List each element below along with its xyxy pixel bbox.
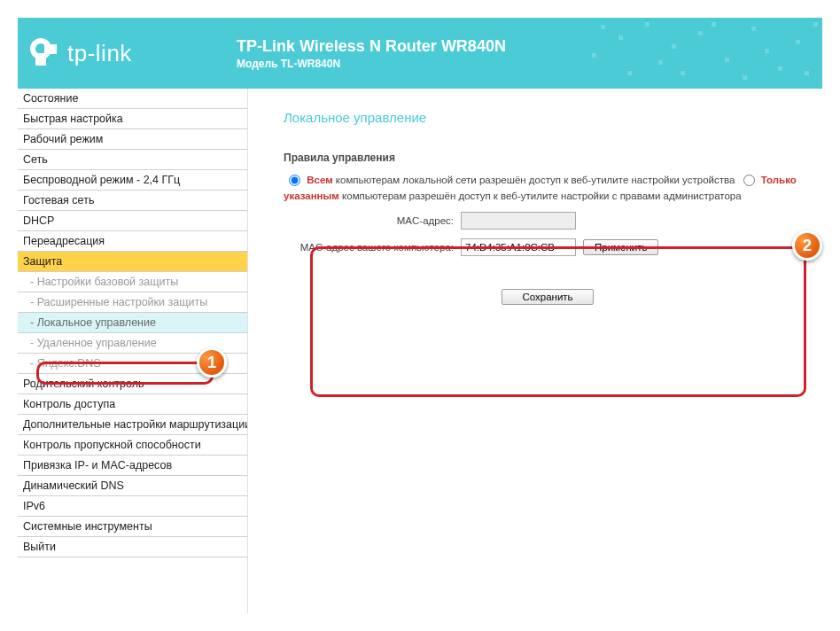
body: СостояниеБыстрая настройкаРабочий режимС… (18, 89, 822, 613)
sidebar-item-21[interactable]: Системные инструменты (18, 517, 247, 537)
svg-rect-8 (698, 31, 703, 35)
sidebar-item-19[interactable]: Динамический DNS (18, 476, 247, 496)
radio-all-strong: Всем (307, 175, 332, 185)
sidebar-item-9[interactable]: - Настройки базовой защиты (18, 272, 247, 292)
header: tp-link TP-Link Wireless N Router WR840N… (18, 18, 822, 89)
mac-input[interactable] (461, 212, 576, 230)
page-title: Локальное управление (284, 110, 805, 125)
save-row: Сохранить (284, 288, 805, 305)
svg-rect-5 (618, 35, 623, 40)
apply-button[interactable]: Применить (583, 239, 658, 255)
sidebar-item-3[interactable]: Сеть (18, 150, 247, 170)
header-titles: TP-Link Wireless N Router WR840N Модель … (237, 37, 506, 70)
tplink-icon (28, 37, 60, 69)
svg-rect-16 (805, 71, 809, 75)
sidebar-item-1[interactable]: Быстрая настройка (18, 109, 247, 129)
sidebar-item-7[interactable]: Переадресация (18, 231, 247, 252)
sidebar-item-20[interactable]: IPv6 (18, 496, 247, 517)
svg-rect-2 (44, 44, 57, 54)
panel-heading: Правила управления (284, 152, 805, 164)
svg-rect-15 (743, 75, 747, 80)
radio-only-rest: компьютерам разрешён доступ к веб-утилит… (339, 191, 742, 201)
sidebar-item-0[interactable]: Состояние (18, 89, 247, 109)
svg-rect-19 (712, 22, 716, 27)
svg-rect-18 (658, 60, 663, 65)
header-subtitle: Модель TL-WR840N (237, 58, 506, 70)
sidebar-item-15[interactable]: Контроль доступа (18, 394, 247, 415)
brand-logo: tp-link (28, 37, 206, 69)
sidebar-item-18[interactable]: Привязка IP- и MAC-адресов (18, 456, 247, 476)
your-mac-input[interactable] (461, 238, 576, 256)
svg-rect-13 (627, 71, 632, 75)
save-button[interactable]: Сохранить (502, 289, 593, 305)
svg-rect-17 (592, 53, 596, 58)
svg-rect-6 (645, 22, 649, 27)
svg-rect-3 (574, 18, 822, 89)
svg-rect-20 (765, 49, 769, 53)
svg-rect-9 (725, 58, 729, 62)
sidebar-item-5[interactable]: Гостевая сеть (18, 191, 247, 211)
your-mac-row: MAC-адрес вашего компьютера: Применить (284, 238, 805, 256)
svg-rect-10 (751, 27, 756, 31)
mac-row: MAC-адрес: (284, 212, 805, 230)
radio-all-rest: компьютерам локальной сети разрешён дост… (333, 175, 735, 185)
sidebar-item-10[interactable]: - Расширенные настройки защиты (18, 292, 247, 313)
sidebar-item-17[interactable]: Контроль пропускной способности (18, 435, 247, 456)
sidebar-item-8[interactable]: Защита (18, 252, 247, 272)
sidebar-item-22[interactable]: Выйти (18, 537, 247, 557)
svg-rect-11 (778, 66, 782, 71)
svg-rect-7 (672, 44, 676, 49)
svg-rect-12 (796, 40, 800, 44)
content-area: Локальное управление Правила управления … (248, 89, 822, 613)
brand-text: tp-link (67, 40, 132, 67)
sidebar-item-6[interactable]: DHCP (18, 211, 247, 231)
callout-badge-1: 1 (197, 347, 227, 378)
mac-label: MAC-адрес: (284, 215, 461, 226)
radio-all[interactable] (289, 175, 300, 186)
your-mac-label: MAC-адрес вашего компьютера: (284, 242, 461, 253)
sidebar-item-2[interactable]: Рабочий режим (18, 129, 247, 150)
app-frame: tp-link TP-Link Wireless N Router WR840N… (18, 18, 822, 613)
radio-row-all[interactable]: Всем компьютерам локальной сети разрешён… (284, 172, 738, 188)
rules-panel: Правила управления Всем компьютерам лока… (284, 152, 805, 305)
sidebar-item-4[interactable]: Беспроводной режим - 2,4 ГГц (18, 170, 247, 191)
svg-rect-1 (35, 53, 46, 66)
callout-badge-2: 2 (792, 230, 822, 261)
svg-rect-21 (813, 22, 818, 27)
radio-only[interactable] (743, 175, 755, 186)
sidebar-item-16[interactable]: Дополнительные настройки маршрутизации (18, 415, 247, 435)
svg-rect-14 (681, 71, 685, 75)
header-title: TP-Link Wireless N Router WR840N (237, 37, 506, 56)
sidebar-item-11[interactable]: - Локальное управление (18, 313, 247, 333)
header-decoration (574, 18, 822, 89)
svg-rect-4 (601, 25, 605, 29)
